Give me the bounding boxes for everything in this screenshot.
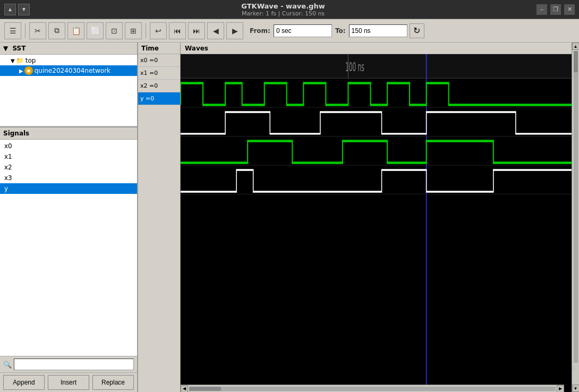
tree-item-label-module: quine20240304network xyxy=(35,67,110,74)
v-scroll-track xyxy=(574,51,578,363)
v-scroll-thumb[interactable] xyxy=(574,51,578,72)
wave-sig-x1: x1 =0 xyxy=(138,67,180,80)
from-to-controls: From: To: xyxy=(250,24,407,37)
main-area: ▼ SST ▼ 📁 top ▶ ◉ quine20240304network xyxy=(0,42,579,392)
waves-label-text: Waves xyxy=(185,45,208,52)
arrow-down-btn[interactable]: ▼ xyxy=(18,4,30,15)
waves-canvas[interactable]: Waves 100 ns xyxy=(181,42,572,392)
window-arrow-controls[interactable]: ▲ ▼ xyxy=(4,4,30,15)
from-input[interactable] xyxy=(274,24,332,37)
window-controls[interactable]: − ❐ ✕ xyxy=(537,4,575,15)
search-bar: 🔍 xyxy=(0,356,137,372)
menu-btn[interactable]: ☰ xyxy=(4,22,21,39)
insert-button[interactable]: Insert xyxy=(48,375,89,390)
to-input[interactable] xyxy=(349,24,407,37)
zoom-fit-btn[interactable]: ⊡ xyxy=(106,22,123,39)
marker-cursor-info: Marker: 1 fs | Cursor: 150 ns xyxy=(30,10,537,17)
next-btn[interactable]: ▶ xyxy=(226,22,243,39)
left-panel: ▼ SST ▼ 📁 top ▶ ◉ quine20240304network xyxy=(0,42,138,392)
waveform-svg: 100 ns xyxy=(181,54,572,392)
signals-label: Signals xyxy=(3,130,29,137)
titlebar: ▲ ▼ GTKWave - wave.ghw Marker: 1 fs | Cu… xyxy=(0,0,579,19)
sst-tree[interactable]: ▼ 📁 top ▶ ◉ quine20240304network xyxy=(0,55,137,126)
svg-rect-1 xyxy=(181,54,572,78)
zoom-in-btn[interactable]: ⊞ xyxy=(125,22,142,39)
close-btn[interactable]: ✕ xyxy=(564,4,575,15)
sep2 xyxy=(146,23,146,38)
paste-btn[interactable]: 📋 xyxy=(67,22,84,39)
wave-signals-rows: x0 =0 x1 =0 x2 =0 y =0 xyxy=(138,54,180,392)
wave-signals-panel: Time x0 =0 x1 =0 x2 =0 y =0 xyxy=(138,42,181,392)
search-icon: 🔍 xyxy=(3,361,12,369)
tree-item-module[interactable]: ▶ ◉ quine20240304network xyxy=(0,65,137,76)
replace-button[interactable]: Replace xyxy=(92,375,134,390)
expand-arrow2[interactable]: ▶ xyxy=(19,68,23,74)
waves-header: Waves xyxy=(181,42,572,54)
signal-x2[interactable]: x2 xyxy=(0,162,137,173)
signal-y[interactable]: y xyxy=(0,183,137,194)
reload-btn[interactable]: ↻ xyxy=(410,23,424,38)
select-all-btn[interactable]: ⬜ xyxy=(87,22,104,39)
search-input[interactable] xyxy=(14,359,134,370)
signals-list[interactable]: x0 x1 x2 x3 y xyxy=(0,140,137,356)
signals-panel-header: Signals xyxy=(0,127,137,140)
h-scrollbar[interactable]: ◀ ▶ xyxy=(181,385,564,392)
sst-collapse-arrow[interactable]: ▼ xyxy=(3,45,8,52)
go-end-btn[interactable]: ⏭ xyxy=(188,22,205,39)
module-icon: ◉ xyxy=(24,66,33,75)
expand-arrow[interactable]: ▼ xyxy=(11,58,15,64)
sep1 xyxy=(25,23,25,38)
v-scroll-down-btn[interactable]: ▼ xyxy=(572,385,580,392)
restore-btn[interactable]: ❐ xyxy=(550,4,561,15)
signal-x3[interactable]: x3 xyxy=(0,173,137,183)
undo-btn[interactable]: ↩ xyxy=(150,22,167,39)
h-scroll-left-btn[interactable]: ◀ xyxy=(181,385,188,393)
signals-section: Signals x0 x1 x2 x3 y xyxy=(0,127,137,356)
app-title: GTKWave - wave.ghw xyxy=(30,2,537,10)
sst-label: SST xyxy=(12,45,25,52)
to-label: To: xyxy=(335,27,346,35)
wave-sig-x2: x2 =0 xyxy=(138,80,180,92)
v-scrollbar[interactable]: ▲ ↖ ▼ xyxy=(572,42,579,392)
signal-x0[interactable]: x0 xyxy=(0,141,137,151)
copy-btn[interactable]: ⧉ xyxy=(48,22,65,39)
signals-col-header: Time xyxy=(141,45,159,52)
cursor-icon: ↖ xyxy=(572,364,578,374)
from-label: From: xyxy=(250,27,270,35)
prev-btn[interactable]: ◀ xyxy=(207,22,224,39)
arrow-up-btn[interactable]: ▲ xyxy=(4,4,16,15)
signals-waves-container: Time x0 =0 x1 =0 x2 =0 y =0 Waves xyxy=(138,42,579,392)
sst-section: ▼ SST ▼ 📁 top ▶ ◉ quine20240304network xyxy=(0,42,137,127)
toolbar: ☰ ✂ ⧉ 📋 ⬜ ⊡ ⊞ ↩ ⏮ ⏭ ◀ ▶ From: To: ↻ xyxy=(0,19,579,42)
minimize-btn[interactable]: − xyxy=(537,4,547,15)
wave-sig-y: y =0 xyxy=(138,92,180,105)
v-scroll-up-btn[interactable]: ▲ xyxy=(572,42,580,50)
wave-signals-header: Time xyxy=(138,42,180,54)
tree-item-label-top: top xyxy=(25,57,36,64)
h-scroll-thumb[interactable] xyxy=(189,387,221,391)
h-scroll-right-btn[interactable]: ▶ xyxy=(557,385,564,393)
tree-item-top[interactable]: ▼ 📁 top xyxy=(0,56,137,65)
h-scroll-track xyxy=(189,387,556,391)
folder-icon: 📁 xyxy=(16,57,24,64)
title-area: GTKWave - wave.ghw Marker: 1 fs | Cursor… xyxy=(30,2,537,17)
append-button[interactable]: Append xyxy=(3,375,45,390)
go-start-btn[interactable]: ⏮ xyxy=(169,22,186,39)
sst-header: ▼ SST xyxy=(0,42,137,55)
signal-x1[interactable]: x1 xyxy=(0,151,137,162)
cursor-area: ↖ xyxy=(572,364,579,385)
cut-btn[interactable]: ✂ xyxy=(29,22,46,39)
bottom-buttons: Append Insert Replace xyxy=(0,372,137,392)
wave-sig-x0: x0 =0 xyxy=(138,54,180,67)
